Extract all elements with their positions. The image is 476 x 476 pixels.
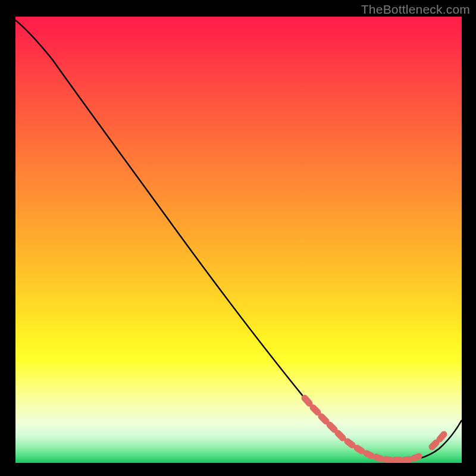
curve-layer — [15, 17, 462, 463]
watermark-text: TheBottleneck.com — [361, 2, 470, 17]
bottleneck-curve — [15, 20, 462, 461]
highlight-dots — [305, 398, 444, 460]
chart-stage: TheBottleneck.com — [0, 0, 476, 476]
plot-area — [15, 17, 462, 463]
